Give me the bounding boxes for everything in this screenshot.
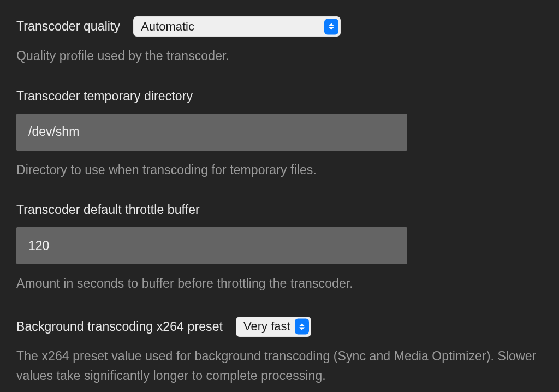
transcoder-quality-help: Quality profile used by the transcoder. bbox=[16, 46, 543, 66]
chevron-updown-icon bbox=[324, 19, 338, 34]
chevron-updown-icon bbox=[295, 319, 309, 335]
transcoder-preset-label: Background transcoding x264 preset bbox=[16, 319, 223, 334]
transcoder-preset-value: Very fast bbox=[243, 319, 290, 334]
transcoder-preset-help: The x264 preset value used for backgroun… bbox=[16, 347, 543, 385]
transcoder-quality-setting: Transcoder quality Automatic Quality pro… bbox=[16, 16, 543, 66]
transcoder-quality-value: Automatic bbox=[141, 20, 194, 34]
transcoder-throttle-setting: Transcoder default throttle buffer Amoun… bbox=[16, 203, 543, 294]
transcoder-tempdir-setting: Transcoder temporary directory Directory… bbox=[16, 89, 543, 180]
transcoder-tempdir-input[interactable] bbox=[16, 114, 407, 151]
transcoder-quality-row: Transcoder quality Automatic bbox=[16, 16, 543, 37]
transcoder-preset-select[interactable]: Very fast bbox=[236, 317, 311, 337]
transcoder-throttle-input[interactable] bbox=[16, 227, 407, 264]
transcoder-tempdir-label: Transcoder temporary directory bbox=[16, 89, 543, 104]
transcoder-quality-label: Transcoder quality bbox=[16, 19, 120, 34]
transcoder-tempdir-help: Directory to use when transcoding for te… bbox=[16, 161, 543, 180]
transcoder-throttle-help: Amount in seconds to buffer before throt… bbox=[16, 274, 543, 294]
transcoder-throttle-label: Transcoder default throttle buffer bbox=[16, 203, 543, 217]
transcoder-quality-select[interactable]: Automatic bbox=[133, 16, 341, 37]
transcoder-preset-row: Background transcoding x264 preset Very … bbox=[16, 317, 543, 337]
transcoder-preset-setting: Background transcoding x264 preset Very … bbox=[16, 317, 543, 385]
